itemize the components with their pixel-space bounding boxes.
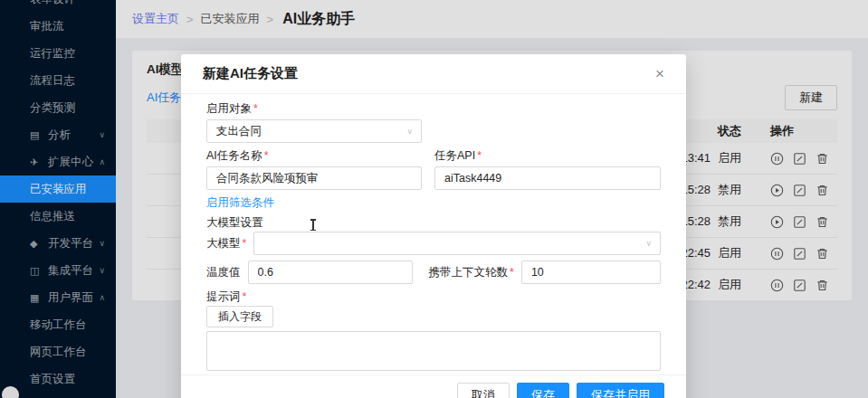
required-star: *: [477, 149, 482, 162]
chevron-down-icon: ∨: [645, 239, 652, 248]
save-button[interactable]: 保存: [517, 383, 569, 398]
temperature-input[interactable]: [258, 266, 403, 279]
prompt-label: 提示词*: [206, 289, 661, 304]
enable-target-select[interactable]: 支出合同 ∨: [206, 119, 422, 143]
chevron-down-icon: ∨: [406, 127, 413, 136]
enable-filter-link[interactable]: 启用筛选条件: [206, 196, 274, 209]
required-star: *: [264, 149, 269, 162]
task-name-input[interactable]: [216, 172, 412, 185]
required-star: *: [243, 237, 247, 250]
modal-title: 新建AI任务设置: [203, 65, 298, 82]
context-rounds-input-wrap: [521, 261, 661, 284]
model-settings-label: 大模型设置: [206, 215, 661, 230]
model-label: 大模型*: [206, 236, 246, 251]
task-name-label: AI任务名称*: [206, 148, 422, 163]
temperature-label: 温度值: [206, 265, 241, 280]
context-rounds-input[interactable]: [531, 266, 651, 279]
new-ai-task-modal: 新建AI任务设置 × 启用对象* 支出合同 ∨ AI任务名称* 任务API*: [181, 54, 686, 398]
required-star: *: [253, 102, 258, 115]
required-star: *: [510, 266, 514, 279]
enable-target-label: 启用对象*: [206, 101, 661, 116]
enable-target-value: 支出合同: [216, 124, 262, 139]
task-api-label: 任务API*: [434, 148, 661, 163]
task-name-input-wrap: [206, 166, 422, 190]
temperature-input-wrap: [248, 261, 413, 284]
task-api-input[interactable]: [444, 172, 651, 185]
close-icon[interactable]: ×: [655, 66, 664, 81]
model-select[interactable]: ∨: [253, 232, 661, 255]
save-and-enable-button[interactable]: 保存并启用: [577, 383, 664, 398]
cancel-button[interactable]: 取消: [457, 383, 510, 398]
text-cursor: [312, 219, 314, 231]
modal-footer: 取消 保存 保存并启用: [181, 374, 686, 398]
modal-header: 新建AI任务设置 ×: [181, 54, 686, 94]
insert-field-button[interactable]: 插入字段: [206, 306, 273, 327]
prompt-textarea[interactable]: [206, 331, 661, 371]
required-star: *: [243, 290, 247, 303]
modal-body: 启用对象* 支出合同 ∨ AI任务名称* 任务API*: [181, 94, 686, 374]
context-rounds-label: 携带上下文轮数*: [429, 265, 514, 280]
task-api-input-wrap: [434, 166, 661, 190]
